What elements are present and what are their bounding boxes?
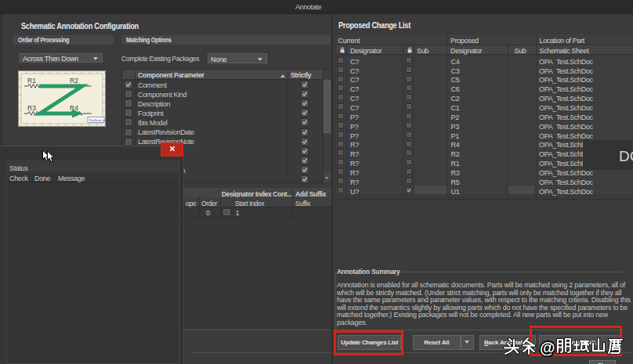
svg-text:R3: R3: [27, 104, 36, 112]
svg-text:Rohlfand_pcb: Rohlfand_pcb: [89, 119, 106, 122]
svg-text:@: @: [540, 339, 555, 356]
svg-text:R1: R1: [27, 77, 36, 85]
svg-text:R2: R2: [70, 77, 78, 85]
